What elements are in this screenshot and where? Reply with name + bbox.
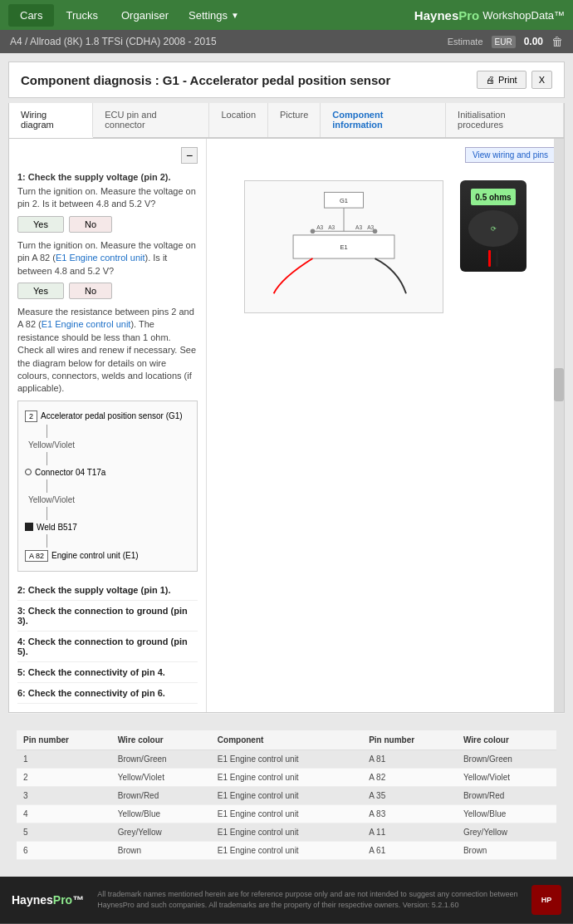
svg-point-11 <box>373 229 378 233</box>
cell-component: E1 Engine control unit <box>211 841 362 859</box>
table-row: 3 Brown/Red E1 Engine control unit A 35 … <box>17 786 556 804</box>
estimate-label: Estimate <box>448 37 483 47</box>
cell-wire1: Yellow/Violet <box>111 768 211 786</box>
cell-pin2: A 61 <box>362 841 457 859</box>
pin-data-table: Pin number Wire colour Component Pin num… <box>17 730 556 860</box>
table-row: 4 Yellow/Blue E1 Engine control unit A 8… <box>17 804 556 823</box>
wire-component-e1: Engine control unit (E1) <box>51 551 139 560</box>
footer-text: All trademark names mentioned herein are… <box>97 889 518 910</box>
tab-picture[interactable]: Picture <box>268 103 321 137</box>
brand-haynes: HaynesPro <box>414 8 479 22</box>
cell-pin2: A 11 <box>362 823 457 841</box>
col-component: Component <box>211 730 362 750</box>
svg-text:E1: E1 <box>340 243 347 251</box>
cell-component: E1 Engine control unit <box>211 750 362 768</box>
svg-text:A3: A3 <box>328 224 335 230</box>
nav-settings[interactable]: Settings ▼ <box>180 4 247 27</box>
cell-wire2: Grey/Yellow <box>457 823 556 841</box>
circuit-svg: G1 A3 A3 A3 A3 E1 <box>248 184 439 309</box>
svg-text:A3: A3 <box>316 224 323 230</box>
pin-table: Pin number Wire colour Component Pin num… <box>17 730 556 860</box>
tab-init-procedures[interactable]: Initialisation procedures <box>446 103 564 137</box>
step-1b-no-button[interactable]: No <box>69 283 112 299</box>
cell-pin1: 1 <box>17 750 111 768</box>
table-row: 5 Grey/Yellow E1 Engine control unit A 1… <box>17 823 556 841</box>
brand-area: HaynesPro WorkshopData™ <box>414 8 565 22</box>
step-1-text3: Measure the resistance between pins 2 an… <box>17 306 198 396</box>
print-button[interactable]: 🖨 Print <box>477 71 526 89</box>
meter-leads <box>488 250 498 267</box>
cell-pin2: A 82 <box>362 768 457 786</box>
step-1-text: Turn the ignition on. Measure the voltag… <box>17 185 198 211</box>
cell-wire1: Grey/Yellow <box>111 823 211 841</box>
step-1-yes-button[interactable]: Yes <box>17 216 64 233</box>
vehicle-info-right: Estimate EUR 0.00 🗑 <box>448 35 563 48</box>
ecu-link[interactable]: E1 Engine control unit <box>56 253 145 263</box>
diagnosis-buttons: 🖨 Print X <box>477 71 552 89</box>
step-2[interactable]: 2: Check the supply voltage (pin 1). <box>17 580 198 601</box>
step-1-no-button[interactable]: No <box>69 216 112 233</box>
cell-wire2: Yellow/Violet <box>457 768 556 786</box>
step-6[interactable]: 6: Check the connectivity of pin 6. <box>17 683 198 704</box>
wire-component-g1: Accelerator pedal position sensor (G1) <box>41 411 183 420</box>
footer-brand: HaynesPro™ <box>12 893 84 907</box>
svg-text:A3: A3 <box>367 224 374 230</box>
cell-wire1: Brown <box>111 841 211 859</box>
cell-wire1: Brown/Red <box>111 786 211 804</box>
cell-wire1: Brown/Green <box>111 750 211 768</box>
wire-box-a82: A 82 <box>25 550 48 562</box>
footer: HaynesPro™ All trademark names mentioned… <box>0 877 573 923</box>
col-pin-number: Pin number <box>17 730 111 750</box>
view-wiring-button[interactable]: View wiring and pins <box>465 147 556 163</box>
step-1b-yes-button[interactable]: Yes <box>17 283 64 299</box>
col-pin-number-2: Pin number <box>362 730 457 750</box>
cell-wire2: Brown <box>457 841 556 859</box>
wire-color-1: Yellow/Violet <box>28 440 75 450</box>
scrollbar-track[interactable] <box>554 139 564 712</box>
col-wire-colour-2: Wire colour <box>457 730 556 750</box>
cell-wire2: Brown/Green <box>457 750 556 768</box>
cell-pin2: A 83 <box>362 804 457 823</box>
collapse-button[interactable]: − <box>181 147 198 164</box>
step-1-title: 1: Check the supply voltage (pin 2). <box>17 172 198 182</box>
ecu-link2[interactable]: E1 Engine control unit <box>42 319 131 329</box>
step-5[interactable]: 5: Check the connectivity of pin 4. <box>17 662 198 683</box>
tab-wiring-diagram[interactable]: Wiring diagram <box>9 103 93 138</box>
circuit-diagram: G1 A3 A3 A3 A3 E1 <box>244 180 443 313</box>
left-panel: − 1: Check the supply voltage (pin 2). T… <box>9 139 207 712</box>
tab-component-info[interactable]: Component information <box>321 103 446 137</box>
wire-diagram: 2 Accelerator pedal position sensor (G1)… <box>17 401 198 572</box>
cell-pin1: 4 <box>17 804 111 823</box>
vehicle-title: A4 / Allroad (8K) 1.8 TFSi (CDHA) 2008 -… <box>10 36 217 47</box>
cell-wire2: Yellow/Blue <box>457 804 556 823</box>
cell-wire2: Brown/Red <box>457 786 556 804</box>
nav-organiser[interactable]: Organiser <box>110 4 180 27</box>
nav-trucks[interactable]: Trucks <box>54 4 110 27</box>
meter-dial: ⟳ <box>468 210 518 247</box>
diagnosis-progress-header: − <box>17 147 198 164</box>
pin-table-container: Pin number Wire colour Component Pin num… <box>8 713 565 868</box>
delete-icon[interactable]: 🗑 <box>551 35 563 48</box>
cell-pin1: 2 <box>17 768 111 786</box>
cell-wire1: Yellow/Blue <box>111 804 211 823</box>
step-4[interactable]: 4: Check the connection to ground (pin 5… <box>17 632 198 662</box>
step-1b-buttons: Yes No <box>17 283 198 299</box>
close-button[interactable]: X <box>531 71 552 89</box>
content-area: − 1: Check the supply voltage (pin 2). T… <box>8 138 565 713</box>
tab-ecu-pin[interactable]: ECU pin and connector <box>93 103 209 137</box>
right-panel: View wiring and pins G1 A3 A3 A3 <box>207 139 564 712</box>
settings-dropdown-arrow: ▼ <box>231 11 239 20</box>
step-1-section: 1: Check the supply voltage (pin 2). Tur… <box>17 172 198 572</box>
wire-connector: Connector 04 T17a <box>35 468 105 477</box>
wire-weld-symbol <box>25 523 33 531</box>
scrollbar-thumb[interactable] <box>554 368 564 401</box>
step-3[interactable]: 3: Check the connection to ground (pin 3… <box>17 601 198 632</box>
pin-table-body: 1 Brown/Green E1 Engine control unit A 8… <box>17 750 556 859</box>
diagnosis-header: Component diagnosis : G1 - Accelerator p… <box>8 61 565 98</box>
cell-component: E1 Engine control unit <box>211 768 362 786</box>
multimeter: 0.5 ohms ⟳ <box>460 180 526 272</box>
nav-cars[interactable]: Cars <box>8 4 54 27</box>
brand-workshop: WorkshopData™ <box>482 9 565 22</box>
tab-location[interactable]: Location <box>209 103 268 137</box>
wire-box-pin2: 2 <box>25 410 37 422</box>
